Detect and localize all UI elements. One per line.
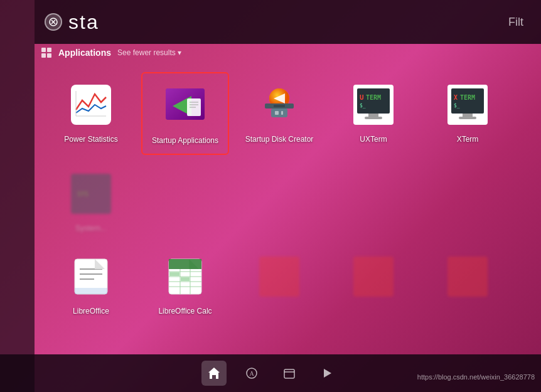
applications-icon: [41, 47, 52, 58]
blurred-4-icon: [348, 252, 399, 302]
startup-applications-label: Startup Applications: [152, 136, 218, 146]
blurred-5-icon: [442, 252, 493, 302]
chevron-down-icon: ▾: [178, 48, 181, 57]
filter-button[interactable]: Filt: [501, 13, 531, 31]
system-label: System...: [75, 224, 107, 234]
search-bar: sta Filt: [35, 0, 541, 44]
apps-row-2: LibreOffice: [47, 244, 528, 324]
svg-rect-64: [284, 369, 294, 378]
app-blurred-3[interactable]: [235, 244, 323, 324]
sidebar: [0, 0, 35, 392]
svg-marker-61: [208, 368, 220, 379]
fewer-results-button[interactable]: See fewer results ▾: [117, 48, 181, 57]
app-blurred-4[interactable]: [329, 244, 417, 324]
uxterm-label: UXTerm: [360, 135, 387, 145]
svg-rect-19: [281, 111, 283, 115]
power-statistics-icon: [66, 80, 116, 130]
power-statistics-label: Power Statistics: [64, 135, 117, 145]
search-input[interactable]: sta: [68, 11, 501, 34]
search-close-button[interactable]: [45, 13, 62, 31]
svg-rect-18: [275, 111, 279, 115]
svg-rect-57: [181, 277, 190, 281]
svg-rect-30: [368, 114, 378, 117]
apps-row-1: Power Statistics: [47, 72, 528, 241]
taskbar-files-button[interactable]: [277, 361, 302, 386]
svg-rect-56: [169, 272, 179, 276]
app-startup-applications[interactable]: Startup Applications: [141, 72, 229, 155]
section-header: Applications See fewer results ▾: [41, 47, 181, 58]
svg-rect-31: [365, 117, 382, 119]
svg-rect-4: [47, 48, 51, 52]
app-uxterm[interactable]: U TERM $_ UXTerm: [329, 72, 417, 155]
taskbar-url: https://blog.csdn.net/weixin_36628778: [417, 373, 535, 381]
svg-text:SYS: SYS: [77, 191, 88, 198]
svg-rect-6: [47, 53, 51, 58]
svg-text:TERM: TERM: [460, 94, 475, 101]
xterm-label: XTerm: [457, 135, 479, 145]
taskbar-home-button[interactable]: [201, 361, 227, 386]
libreoffice-label: LibreOffice: [73, 307, 109, 317]
uxterm-icon: U TERM $_: [348, 80, 399, 130]
taskbar: A https://blog.csdn.net/weixin_36628778: [0, 354, 541, 392]
app-system[interactable]: SYS System...: [47, 161, 135, 241]
svg-marker-66: [324, 369, 331, 378]
libreoffice-calc-label: LibreOffice Calc: [158, 307, 212, 317]
app-libreoffice-calc[interactable]: LibreOffice Calc: [141, 244, 229, 324]
svg-rect-24: [274, 105, 285, 107]
svg-rect-3: [41, 48, 46, 52]
startup-disk-creator-label: Startup Disk Creator: [245, 135, 314, 145]
xterm-icon: X TERM $_: [442, 80, 493, 130]
svg-rect-33: [451, 88, 484, 114]
app-blurred-5[interactable]: [424, 244, 512, 324]
app-startup-disk-creator[interactable]: Startup Disk Creator: [235, 72, 323, 155]
libreoffice-calc-icon: [160, 252, 210, 302]
svg-rect-17: [271, 109, 287, 117]
svg-text:U: U: [360, 93, 364, 102]
svg-text:$_: $_: [454, 103, 460, 109]
main-content: Power Statistics: [35, 66, 541, 354]
svg-rect-5: [41, 53, 46, 58]
taskbar-apps-button[interactable]: A: [239, 361, 264, 386]
section-title: Applications: [58, 48, 111, 58]
system-icon: SYS: [66, 169, 116, 219]
svg-text:X: X: [454, 94, 458, 101]
startup-disk-creator-icon: [254, 80, 304, 130]
svg-rect-59: [353, 257, 394, 297]
app-power-statistics[interactable]: Power Statistics: [47, 72, 135, 155]
svg-rect-37: [463, 114, 473, 117]
startup-applications-icon: [160, 81, 210, 131]
app-libreoffice[interactable]: LibreOffice: [47, 244, 135, 324]
app-xterm[interactable]: X TERM $_ XTerm: [424, 72, 512, 155]
svg-rect-7: [71, 85, 111, 125]
svg-rect-58: [259, 257, 299, 297]
svg-rect-38: [459, 117, 476, 119]
blurred-3-icon: [254, 252, 304, 302]
taskbar-media-button[interactable]: [314, 361, 340, 386]
svg-rect-60: [447, 257, 488, 297]
svg-text:TERM: TERM: [366, 94, 381, 101]
svg-rect-49: [169, 259, 201, 269]
svg-text:A: A: [249, 370, 254, 377]
libreoffice-icon: [66, 252, 116, 302]
svg-rect-46: [75, 288, 107, 294]
svg-text:$_: $_: [360, 103, 366, 109]
